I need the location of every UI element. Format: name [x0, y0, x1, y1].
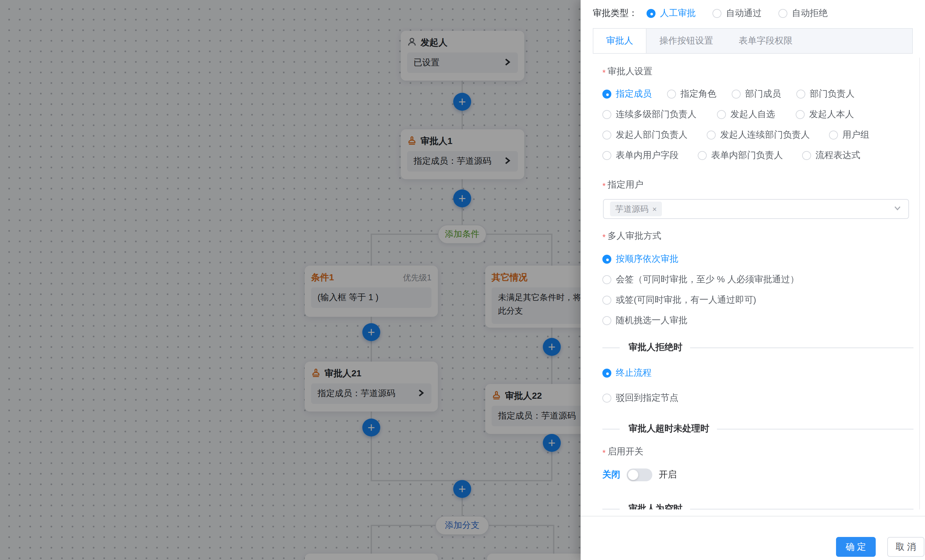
required-asterisk: *	[603, 181, 606, 190]
radio-sequential[interactable]: 按顺序依次审批	[603, 253, 679, 266]
radio-icon	[603, 110, 611, 119]
radio-initiator-dept-leader[interactable]: 发起人部门负责人	[603, 129, 687, 141]
radio-icon	[713, 9, 722, 18]
radio-dept-member[interactable]: 部门成员	[732, 88, 781, 100]
radio-label: 随机挑选一人审批	[616, 315, 687, 327]
scrollbar-rail[interactable]	[919, 57, 920, 509]
approval-flow-designer: 发起人 已设置 + 审批人1 指定成员：芋道源码 + 添加条件	[0, 0, 925, 560]
radio-initiator-self[interactable]: 发起人本人	[796, 109, 854, 120]
confirm-button[interactable]: 确 定	[836, 537, 876, 557]
radio-icon	[802, 151, 811, 160]
radio-label: 发起人部门负责人	[616, 129, 687, 141]
radio-icon	[829, 131, 838, 140]
approver-setup-row4: 表单内用户字段 表单内部门负责人 流程表达式	[603, 149, 860, 162]
radio-countersign[interactable]: 会签（可同时审批，至少 % 人必须审批通过）	[603, 273, 799, 286]
radio-icon	[698, 151, 707, 160]
approve-type-label: 审批类型：	[593, 8, 637, 19]
required-asterisk: *	[603, 448, 606, 457]
radio-random-one[interactable]: 随机挑选一人审批	[603, 314, 687, 327]
radio-label: 用户组	[842, 129, 869, 141]
radio-label: 终止流程	[616, 367, 652, 379]
radio-assigned-role[interactable]: 指定角色	[667, 88, 716, 100]
assign-user-select[interactable]: 芋道源码 ×	[603, 199, 909, 219]
radio-assigned-member[interactable]: 指定成员	[603, 88, 652, 100]
tab-approver[interactable]: 审批人	[594, 29, 646, 53]
radio-label: 按顺序依次审批	[616, 253, 679, 265]
radio-label: 发起人自选	[731, 109, 775, 120]
radio-icon	[717, 110, 726, 119]
timeout-section-divider: 审批人超时未处理时	[603, 422, 913, 435]
radio-multi-level-dept-leader[interactable]: 连续多级部门负责人	[603, 109, 696, 120]
reject-section-divider: 审批人拒绝时	[603, 341, 913, 354]
radio-icon	[707, 131, 716, 140]
approve-type-row: 审批类型： 人工审批 自动通过 自动拒绝	[593, 6, 828, 21]
close-icon[interactable]: ×	[652, 205, 657, 214]
radio-icon	[796, 110, 804, 119]
selected-user-tag: 芋道源码 ×	[610, 202, 662, 216]
radio-label: 指定成员	[616, 88, 652, 100]
radio-or-sign[interactable]: 或签(可同时审批，有一人通过即可)	[603, 294, 756, 307]
radio-approve-type-auto-pass[interactable]: 自动通过	[713, 8, 762, 19]
cancel-button[interactable]: 取 消	[887, 537, 924, 557]
approver-setup-row1: 指定成员 指定角色 部门成员 部门负责人	[603, 88, 854, 101]
radio-icon	[603, 255, 611, 264]
radio-initiator-choose[interactable]: 发起人自选	[717, 109, 775, 120]
switch-on-label: 开启	[659, 469, 676, 481]
approver-setup-label: * 审批人设置	[603, 65, 652, 78]
radio-icon	[667, 90, 676, 99]
radio-icon	[603, 369, 611, 378]
enable-switch-label: * 启用开关	[603, 446, 643, 458]
radio-label: 表单内用户字段	[616, 150, 679, 161]
radio-label: 表单内部门负责人	[711, 150, 783, 161]
required-asterisk: *	[603, 68, 606, 77]
radio-terminate-process[interactable]: 终止流程	[603, 367, 652, 379]
radio-form-user-field[interactable]: 表单内用户字段	[603, 150, 679, 161]
radio-return-to-node[interactable]: 驳回到指定节点	[603, 392, 679, 405]
radio-label: 驳回到指定节点	[616, 392, 679, 404]
radio-initiator-multi-dept-leader[interactable]: 发起人连续部门负责人	[707, 129, 810, 141]
tab-label: 操作按钮设置	[659, 35, 713, 47]
tag-label: 芋道源码	[615, 203, 648, 215]
radio-icon	[796, 90, 805, 99]
empty-approver-section-divider: 审批人为空时	[603, 503, 913, 509]
assign-user-label: * 指定用户	[603, 179, 643, 191]
radio-label: 流程表达式	[815, 150, 860, 161]
radio-label: 自动拒绝	[792, 8, 828, 19]
radio-label: 指定角色	[681, 88, 716, 100]
settings-tabs: 审批人 操作按钮设置 表单字段权限	[593, 28, 913, 54]
required-asterisk: *	[603, 232, 606, 242]
radio-user-group[interactable]: 用户组	[829, 129, 869, 141]
radio-icon	[603, 90, 611, 99]
chevron-down-icon	[893, 203, 902, 215]
radio-icon	[732, 90, 741, 99]
radio-label: 部门负责人	[810, 88, 854, 100]
radio-label: 发起人连续部门负责人	[720, 129, 810, 141]
switch-off-label: 关闭	[603, 469, 620, 481]
radio-label: 部门成员	[745, 88, 781, 100]
node-settings-drawer: 审批类型： 人工审批 自动通过 自动拒绝 审批人 操作按钮设置 表单字段权限	[581, 0, 925, 560]
tab-form-field-permissions[interactable]: 表单字段权限	[726, 29, 805, 53]
radio-icon	[603, 131, 611, 140]
footer-divider	[581, 516, 925, 516]
radio-icon	[779, 9, 787, 18]
radio-icon	[603, 316, 611, 325]
multi-approve-label: * 多人审批方式	[603, 230, 661, 242]
tab-button-settings[interactable]: 操作按钮设置	[646, 29, 726, 53]
approver-tab-pane: * 审批人设置 指定成员 指定角色 部门成员 部门负责人 连续多级部门负责人 发…	[603, 54, 913, 509]
tab-label: 审批人	[606, 35, 633, 47]
radio-form-dept-leader[interactable]: 表单内部门负责人	[698, 150, 783, 161]
divider-title: 审批人超时未处理时	[628, 423, 709, 435]
radio-label: 会签（可同时审批，至少 % 人必须审批通过）	[616, 274, 799, 285]
enable-toggle[interactable]	[627, 468, 652, 481]
radio-approve-type-manual[interactable]: 人工审批	[646, 8, 696, 19]
tab-label: 表单字段权限	[739, 35, 792, 47]
radio-icon	[603, 296, 611, 305]
radio-icon	[603, 394, 611, 403]
radio-process-expression[interactable]: 流程表达式	[802, 150, 860, 161]
radio-dept-leader[interactable]: 部门负责人	[796, 88, 854, 100]
radio-label: 或签(可同时审批，有一人通过即可)	[616, 294, 756, 306]
toggle-knob	[628, 470, 638, 480]
divider-title: 审批人拒绝时	[628, 342, 682, 353]
divider-title: 审批人为空时	[628, 503, 682, 509]
radio-approve-type-auto-reject[interactable]: 自动拒绝	[779, 8, 828, 19]
